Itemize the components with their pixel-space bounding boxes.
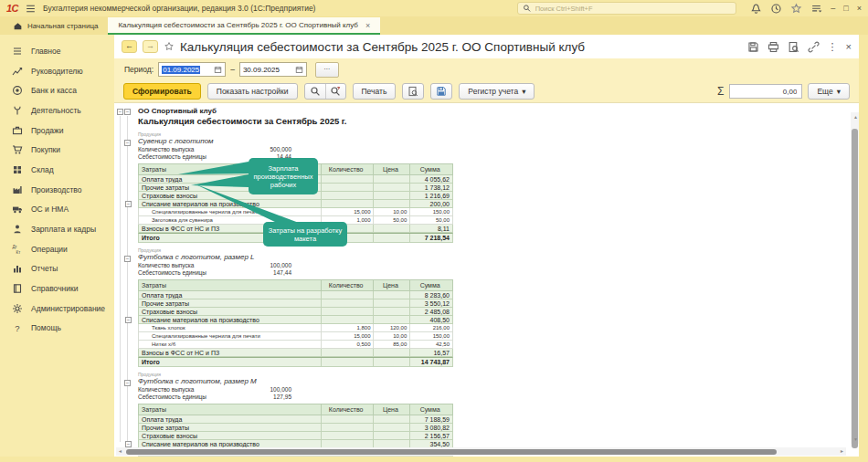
cell-name: Оплата труда (139, 416, 321, 423)
sidebar-item-pokupki[interactable]: Покупки (0, 140, 114, 160)
window-titlebar: 1С Бухгалтерия некоммерческой организаци… (0, 0, 868, 16)
print-icon[interactable] (767, 41, 779, 53)
sum-sigma-icon: Σ (717, 85, 724, 98)
callout-layout-costs: Затраты на разработку макета (263, 222, 347, 247)
cell-qty (321, 358, 374, 366)
product-name: Сувенир с логотипом (138, 137, 453, 146)
register-button[interactable]: Регистр учета ▾ (459, 83, 535, 100)
row-collapse-toggle[interactable]: − (125, 441, 132, 447)
sidebar-item-deyatelnost[interactable]: Деятельность (0, 100, 114, 121)
more-button[interactable]: Еще ▾ (808, 83, 850, 100)
tab-report[interactable]: Калькуляция себестоимости за Сентябрь 20… (108, 17, 380, 35)
table-row: −Списание материалов на производство200,… (138, 200, 453, 208)
period-from-field[interactable]: 01.09.2025 (158, 62, 226, 77)
sidebar-item-label: Помощь (31, 323, 61, 332)
favorite-star-icon[interactable] (164, 41, 175, 52)
chevron-down-icon: ▾ (522, 87, 525, 96)
close-form-icon[interactable]: × (846, 41, 852, 52)
gear-icon (12, 303, 23, 314)
save-icon[interactable] (747, 41, 759, 53)
col-zatraty: Затраты (139, 282, 321, 289)
print-preview-button[interactable] (402, 83, 424, 100)
sidebar-item-label: Операции (31, 245, 68, 254)
sidebar-item-spravochniki[interactable]: Справочники (0, 278, 114, 299)
sidebar-item-sklad[interactable]: Склад (0, 160, 114, 180)
cell-price (373, 432, 409, 439)
scroll-left-icon[interactable]: ◄ (118, 448, 122, 454)
main-panel: ← → Калькуляция себестоимости за Сентябр… (114, 35, 859, 457)
main-menu-icon[interactable] (25, 3, 37, 15)
sidebar-item-bank-i-kassa[interactable]: Банк и касса (0, 80, 114, 100)
row-collapse-toggle[interactable]: − (125, 201, 132, 207)
cell-sum: 4 055,62 (409, 175, 452, 183)
global-search-input[interactable] (535, 5, 732, 13)
generate-button[interactable]: Сформировать (123, 83, 201, 100)
link-icon[interactable] (808, 41, 820, 53)
minimize-button[interactable]: – (831, 4, 835, 13)
period-row: Период: 01.09.2025 – 30.09.2025 ... (114, 58, 859, 80)
sidebar-item-otchety[interactable]: Отчеты (0, 259, 114, 279)
group-level-1-toggle[interactable]: − (117, 109, 123, 115)
vertical-scroll-thumb[interactable] (852, 129, 858, 448)
sidebar-item-zarplata-i-kadry[interactable]: Зарплата и кадры (0, 219, 114, 239)
col-cena: Цена (373, 404, 409, 415)
cell-sum: 150,00 (409, 208, 452, 215)
show-settings-button[interactable]: Показать настройки (207, 83, 298, 100)
sum-field[interactable] (729, 84, 802, 99)
sidebar-item-glavnoe[interactable]: Главное (0, 41, 114, 61)
calendar-icon[interactable] (214, 66, 222, 74)
report-title: Калькуляция себестоимости за Сентябрь 20… (138, 116, 453, 127)
sidebar-item-administrirovanie[interactable]: Администрирование (0, 299, 114, 319)
row-collapse-toggle[interactable]: − (125, 317, 132, 323)
callout-salary: Зарплата производственных рабочих (249, 158, 318, 194)
period-to-field[interactable]: 30.09.2025 (239, 62, 307, 77)
sidebar-item-prodazhi[interactable]: Продажи (0, 121, 114, 141)
report-area: − − ОО Спортивный клуб Калькуляция себес… (114, 102, 859, 457)
table-row: Итого14 743,87 (138, 357, 453, 367)
sidebar-item-os-i-nma[interactable]: ОС и НМА (0, 200, 114, 220)
back-button[interactable]: ← (122, 40, 137, 53)
cell-qty: 1,800 (321, 324, 374, 331)
close-window-button[interactable]: × (857, 4, 862, 13)
horizontal-scrollbar[interactable]: ◄ ► (116, 447, 846, 456)
save-report-button[interactable] (430, 83, 452, 100)
tab-home[interactable]: Начальная страница (3, 17, 108, 35)
cell-price (373, 225, 409, 232)
sidebar-item-rukovoditelyu[interactable]: Руководителю (0, 61, 114, 81)
cell-sum: 8,11 (409, 225, 452, 232)
col-kolichestvo: Количество (321, 164, 374, 174)
table-row: Специализированные чернила для печати15,… (138, 208, 453, 216)
scroll-right-icon[interactable]: ► (840, 448, 844, 454)
sidebar-item-label: Производство (31, 185, 81, 194)
forward-button[interactable]: → (143, 40, 158, 53)
history-clock-icon[interactable] (770, 3, 782, 15)
sidebar-item-pomosch[interactable]: ?Помощь (0, 319, 114, 339)
cell-qty (321, 184, 374, 191)
tab-close-icon[interactable]: × (365, 21, 370, 30)
section-collapse-toggle[interactable]: − (124, 256, 131, 262)
horizontal-scroll-thumb[interactable] (126, 449, 777, 455)
scroll-down-icon[interactable]: ▼ (853, 436, 858, 442)
calendar-icon[interactable] (295, 66, 303, 74)
scroll-up-icon[interactable]: ▲ (853, 114, 858, 120)
section-collapse-toggle[interactable]: − (124, 140, 131, 146)
maximize-button[interactable]: □ (843, 4, 848, 13)
group-level-2-toggle[interactable]: − (124, 109, 131, 115)
print-button[interactable]: Печать (353, 83, 397, 100)
period-options-button[interactable]: ... (315, 62, 339, 78)
clear-search-icon[interactable] (325, 84, 345, 99)
notifications-bell-icon[interactable] (750, 3, 762, 15)
cell-sum: 16,57 (409, 349, 452, 356)
table-row: Ткань хлопок1,800120,00216,00 (138, 324, 453, 332)
favorites-star-icon[interactable] (790, 3, 802, 15)
section-collapse-toggle[interactable]: − (124, 380, 131, 386)
sidebar-item-operatsii[interactable]: ДтКтОперации (0, 239, 114, 259)
preview-icon[interactable] (788, 41, 799, 53)
find-icon[interactable] (305, 84, 325, 99)
more-actions-icon[interactable]: ⋮ (828, 41, 838, 52)
sidebar-item-proizvodstvo[interactable]: Производство (0, 180, 114, 200)
global-search[interactable] (517, 2, 736, 15)
sidebar-item-label: Деятельность (31, 106, 81, 115)
service-menu-icon[interactable] (810, 3, 822, 15)
vertical-scrollbar[interactable]: ▲ ▼ (851, 112, 859, 444)
